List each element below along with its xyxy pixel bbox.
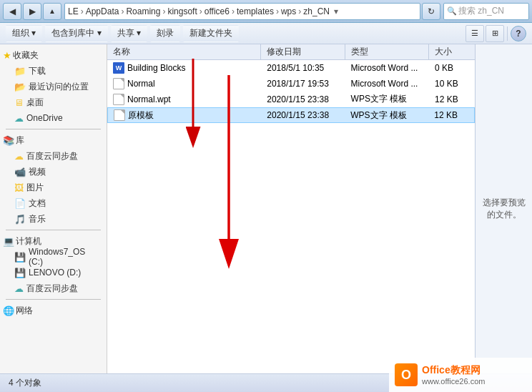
addr-part-7: wps [281, 6, 296, 16]
addr-part-6: templates [237, 6, 274, 16]
drive-d-icon: 💾 [14, 268, 26, 278]
new-folder-label: 新建文件夹 [189, 27, 232, 39]
refresh-button[interactable]: ↻ [422, 3, 440, 20]
baidu2-label: 百度云同步盘 [26, 283, 78, 295]
burn-label: 刻录 [157, 27, 174, 39]
watermark-line2: www.office26.com [422, 377, 485, 386]
search-box[interactable]: 🔍 搜索 zh_CN [443, 3, 529, 20]
file-name: Building Blocks [127, 63, 185, 73]
file-name: 原模板 [128, 109, 154, 122]
image-icon: 🖼 [14, 182, 24, 193]
up-button[interactable]: ▲ [43, 3, 61, 20]
video-icon: 📹 [14, 167, 26, 177]
generic-icon [114, 109, 125, 121]
file-date-cell: 2020/1/15 23:38 [261, 92, 345, 107]
sidebar-item-windows-drive[interactable]: 💾 Windows7_OS (C:) [0, 249, 107, 265]
table-row[interactable]: Normal 2018/1/17 19:53 Microsoft Word ..… [107, 76, 475, 92]
back-button[interactable]: ◀ [3, 3, 21, 20]
include-label: 包含到库中 ▾ [51, 27, 101, 39]
file-size: 12 KB [435, 94, 458, 104]
generic-icon [113, 94, 124, 105]
sidebar-item-download[interactable]: 📁 下载 [0, 63, 107, 79]
sidebar-separator-2 [6, 230, 101, 230]
file-list-header: 名称 修改日期 类型 大小 [107, 44, 475, 60]
share-button[interactable]: 共享 ▾ [111, 25, 147, 42]
sidebar-item-image[interactable]: 🖼 图片 [0, 180, 107, 195]
file-size-cell: 12 KB [429, 92, 475, 107]
file-size-cell: 10 KB [429, 76, 475, 91]
nav-buttons: ◀ ▶ ▲ [3, 3, 61, 20]
col-header-name[interactable]: 名称 [107, 44, 261, 59]
right-panel: 选择要预览的文件。 [475, 44, 532, 373]
sidebar-section-network[interactable]: 🌐 网络 [0, 303, 107, 318]
sidebar-item-baidu[interactable]: ☁ 百度云同步盘 [0, 148, 107, 164]
file-date: 2020/1/15 23:38 [267, 94, 329, 104]
main-area: ★ 收藏夹 📁 下载 📂 最近访问的位置 🖥 桌面 ☁ OneDrive 📚 库… [0, 44, 532, 373]
lenovo-label: LENOVO (D:) [29, 268, 81, 278]
share-label: 共享 ▾ [117, 27, 141, 39]
onedrive-label: OneDrive [26, 113, 63, 123]
file-name-cell: 原模板 [108, 108, 261, 122]
word-icon: W [113, 62, 124, 74]
title-bar: ◀ ▶ ▲ LE › AppData › Roaming › kingsoft … [0, 0, 532, 23]
computer-icon: 💻 [3, 236, 14, 247]
file-date-cell: 2018/1/17 19:53 [261, 76, 345, 91]
addr-part-3: Roaming [126, 6, 160, 16]
onedrive-icon: ☁ [14, 113, 24, 124]
col-header-size[interactable]: 大小 [429, 44, 475, 59]
download-label: 下载 [29, 65, 46, 77]
file-type-cell: Microsoft Word ... [345, 60, 429, 75]
include-library-button[interactable]: 包含到库中 ▾ [45, 25, 107, 42]
help-button[interactable]: ? [511, 26, 526, 41]
file-name-cell: Normal [107, 76, 261, 91]
file-size: 12 KB [434, 110, 458, 120]
col-header-type[interactable]: 类型 [345, 44, 429, 59]
burn-button[interactable]: 刻录 [150, 25, 180, 42]
library-icon: 📚 [3, 135, 14, 146]
search-placeholder: 搜索 zh_CN [458, 5, 504, 17]
sidebar-item-video[interactable]: 📹 视频 [0, 164, 107, 180]
music-icon: 🎵 [14, 214, 26, 225]
file-size-cell: 12 KB [428, 108, 474, 122]
sidebar-item-document[interactable]: 📄 文档 [0, 195, 107, 211]
sidebar-item-music[interactable]: 🎵 音乐 [0, 211, 107, 227]
table-row[interactable]: Normal.wpt 2020/1/15 23:38 WPS文字 模板 12 K… [107, 92, 475, 107]
table-row[interactable]: 原模板 2020/1/15 23:38 WPS文字 模板 12 KB [107, 107, 475, 123]
col-header-date[interactable]: 修改日期 [261, 44, 345, 59]
view-details-button[interactable]: ⊞ [486, 25, 504, 42]
addr-part-5: office6 [205, 6, 230, 16]
search-icon: 🔍 [447, 6, 457, 16]
addr-part-2: AppData [86, 6, 119, 16]
organize-button[interactable]: 组织 ▾ [6, 25, 42, 42]
address-bar[interactable]: LE › AppData › Roaming › kingsoft › offi… [64, 3, 420, 20]
address-breadcrumb: LE › AppData › Roaming › kingsoft › offi… [68, 6, 338, 16]
file-date: 2018/1/17 19:53 [267, 79, 329, 89]
status-count: 4 个对象 [9, 377, 41, 389]
sidebar-item-recent[interactable]: 📂 最近访问的位置 [0, 79, 107, 94]
organize-label: 组织 ▾ [12, 27, 36, 39]
file-size: 10 KB [435, 79, 458, 89]
sidebar-item-baidu2[interactable]: ☁ 百度云同步盘 [0, 280, 107, 296]
watermark: O Office教程网 www.office26.com [389, 358, 532, 392]
network-icon: 🌐 [3, 305, 14, 316]
sidebar-section-library[interactable]: 📚 库 [0, 132, 107, 148]
table-row[interactable]: W Building Blocks 2018/5/1 10:35 Microso… [107, 60, 475, 76]
library-label: 库 [16, 134, 24, 147]
sidebar-item-lenovo-drive[interactable]: 💾 LENOVO (D:) [0, 265, 107, 280]
desktop-icon: 🖥 [14, 97, 24, 108]
forward-button[interactable]: ▶ [23, 3, 41, 20]
image-label: 图片 [26, 182, 44, 194]
drive-c-icon: 💾 [14, 252, 26, 263]
address-dropdown-icon[interactable]: ▾ [334, 6, 338, 16]
doc-label: 文档 [29, 197, 46, 210]
video-label: 视频 [29, 166, 46, 178]
file-type: Microsoft Word ... [351, 63, 418, 73]
new-folder-button[interactable]: 新建文件夹 [183, 25, 239, 42]
star-icon: ★ [3, 50, 11, 61]
sidebar-section-favorites[interactable]: ★ 收藏夹 [0, 47, 107, 63]
view-toggle-button[interactable]: ☰ [466, 25, 484, 42]
sidebar-item-desktop[interactable]: 🖥 桌面 [0, 94, 107, 110]
watermark-line1: Office教程网 [422, 364, 485, 377]
sidebar-item-onedrive[interactable]: ☁ OneDrive [0, 110, 107, 126]
baidu2-icon: ☁ [14, 283, 24, 294]
